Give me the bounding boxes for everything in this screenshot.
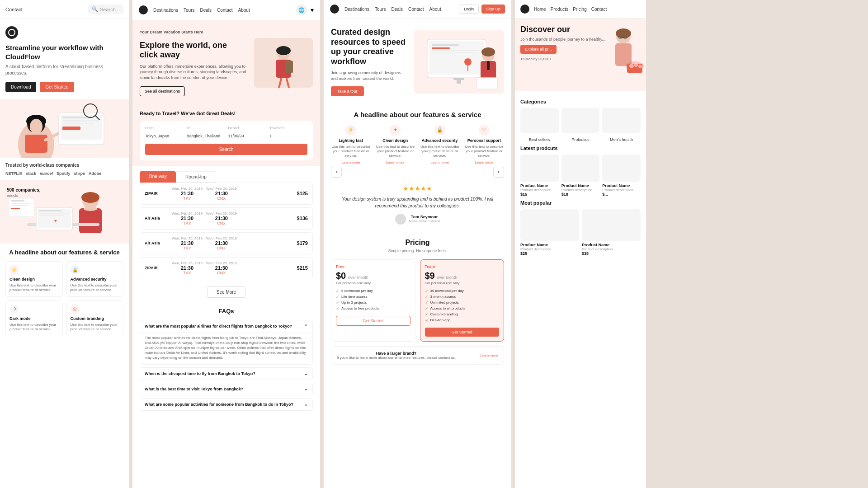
price-period: over month <box>437 275 457 280</box>
p1-trusted-section: Trusted by world-class companies NETFLIX… <box>0 158 129 180</box>
category-card[interactable] <box>520 108 559 133</box>
take-tour-button[interactable]: Take a tour <box>331 86 364 96</box>
to-input[interactable] <box>187 132 225 140</box>
popular-card: Product Name Product description $38 <box>582 209 641 256</box>
signup-button[interactable]: Sign Up <box>481 5 505 14</box>
price-value: $9 <box>425 271 435 281</box>
nav-about[interactable]: About <box>429 7 441 12</box>
learn-more-link[interactable]: Learn more <box>375 160 415 164</box>
p3-hero-text: Curated design resources to speed up you… <box>331 28 406 96</box>
nav-home[interactable]: Home <box>534 7 546 12</box>
tab-round-trip[interactable]: Round-trip <box>176 171 216 183</box>
nav-destinations[interactable]: Destinations <box>153 8 178 13</box>
travelers-input[interactable] <box>269 132 307 140</box>
from-input[interactable] <box>145 132 183 140</box>
learn-more-link[interactable]: Learn more <box>331 160 371 164</box>
download-button[interactable]: Download <box>5 82 36 92</box>
feature-lighting-fast: ⚡ Lighting fast Use this text to describ… <box>331 125 371 164</box>
popular-products-grid: Product Name Product description $25 Pro… <box>520 209 641 256</box>
from-label: From <box>145 126 183 130</box>
plan-desc-team: For personal use only. <box>425 281 500 285</box>
language-selector[interactable]: 🌐 <box>296 5 307 15</box>
faq-question[interactable]: What is the best time to visit Tokyo fro… <box>140 383 312 395</box>
feature-item: ✓ 30 download per day <box>425 289 500 293</box>
flight-dep-code: TKY <box>183 221 191 225</box>
p1-search-bar[interactable]: 🔍 Search... <box>88 5 123 14</box>
category-card[interactable] <box>602 108 641 133</box>
chevron-down-icon[interactable]: ▾ <box>311 6 314 14</box>
flight-arrival: Wed, Feb 26, 2019 21:30 CNX <box>206 261 237 275</box>
category-card[interactable] <box>561 108 600 133</box>
product-name: Product Name <box>561 183 600 188</box>
testimonial-prev-button[interactable]: ‹ <box>331 167 342 178</box>
nav-destinations[interactable]: Destinations <box>344 7 369 12</box>
feature-desc-security: Use this text to describe your product f… <box>71 283 120 293</box>
nav-tours[interactable]: Tours <box>184 8 194 13</box>
product-image <box>520 155 559 182</box>
enterprise-learn-more-link[interactable]: Learn more <box>480 353 498 357</box>
nav-about[interactable]: About <box>238 8 250 13</box>
plan-label-team: Team <box>425 264 500 269</box>
feature-item: ✓ Access to all products <box>425 306 500 311</box>
svg-rect-23 <box>39 210 61 211</box>
popular-card: Product Name Product description $25 <box>520 209 579 256</box>
p2-logo <box>139 5 148 14</box>
product-desc: Product description <box>520 188 559 192</box>
learn-more-link[interactable]: Learn more <box>420 160 460 164</box>
feature-card-dark-mode: ☽ Dark mode Use this text to describe yo… <box>5 300 63 336</box>
p4-categories-section: Categories Best sellers Probiotics Men's… <box>515 91 646 260</box>
nav-products[interactable]: Products <box>551 7 568 12</box>
faq-question[interactable]: What are some popular activities for som… <box>140 399 312 410</box>
nav-contact[interactable]: Contact <box>408 7 424 12</box>
p3-features-grid: ⚡ Lighting fast Use this text to describ… <box>331 125 504 164</box>
p3-nav-links: Destinations Tours Deals Contact About <box>344 7 441 12</box>
p2-deals-section: Ready to Travel? We've Got Great Deals! … <box>132 105 320 166</box>
nav-tours[interactable]: Tours <box>375 7 386 12</box>
feature-item: ✓ Desktop app <box>425 318 500 323</box>
nav-contact[interactable]: Contact <box>591 7 607 12</box>
get-started-free-button[interactable]: Get Started <box>336 316 410 326</box>
flight-arr-time: 21:30 <box>215 265 228 271</box>
enterprise-text: Have a larger brand? If you'd like to le… <box>337 351 456 360</box>
product-name: Product Name <box>602 183 641 188</box>
get-started-button[interactable]: Get Started <box>40 82 74 92</box>
explore-button[interactable]: Explore all pr... <box>520 45 557 54</box>
flight-date: Wed, Feb 26, 2019 <box>172 261 203 265</box>
tab-one-way[interactable]: One-way <box>140 171 176 183</box>
nav-pricing[interactable]: Pricing <box>573 7 587 12</box>
search-button[interactable]: Search <box>145 144 307 155</box>
faq-question[interactable]: What are the most popular airlines for d… <box>140 320 312 332</box>
see-more-button[interactable]: See More <box>207 286 245 298</box>
see-destinations-button[interactable]: See all destinations <box>140 86 185 96</box>
nav-deals[interactable]: Deals <box>391 7 403 12</box>
svg-rect-9 <box>62 117 90 118</box>
popular-name: Product Name <box>520 243 579 247</box>
faq-question-text: What is the best time to visit Tokyo fro… <box>145 387 243 391</box>
depart-input[interactable] <box>228 132 266 140</box>
check-icon: ✓ <box>425 318 429 323</box>
svg-point-51 <box>481 47 495 56</box>
feature-card-security: 🔒 Advanced security Use this text to des… <box>66 261 124 297</box>
svg-rect-31 <box>11 208 20 209</box>
flight-dep-time: 21:30 <box>181 191 193 196</box>
reviewer-avatar <box>395 214 406 225</box>
svg-rect-10 <box>62 120 99 122</box>
search-placeholder: Search... <box>100 7 120 12</box>
logo-marcel: marcel <box>40 171 53 176</box>
nav-contact[interactable]: Contact <box>217 8 232 13</box>
feature-item: ✓ 3-month access <box>425 295 500 299</box>
faq-question[interactable]: When is the cheapest time to fly from Ba… <box>140 368 312 380</box>
get-started-team-button[interactable]: Get Started <box>425 328 500 337</box>
feature-item: ✓ Custom branding <box>425 312 500 317</box>
flight-departure: Wed, Feb 26, 2019 21:30 TKY <box>172 211 203 225</box>
testimonial-next-button[interactable]: › <box>493 167 504 178</box>
login-button[interactable]: Login <box>459 5 479 14</box>
learn-more-link[interactable]: Learn more <box>464 160 504 164</box>
nav-deals[interactable]: Deals <box>200 8 212 13</box>
feature-title: Clean design <box>375 138 415 143</box>
p2-hero-section: Your Dream Vacation Starts Here Explore … <box>132 20 320 105</box>
p4-navbar: Home Products Pricing Contact <box>515 0 646 19</box>
product-desc: Product description <box>602 188 641 192</box>
check-icon: ✓ <box>425 300 429 305</box>
plan-label-free: Free <box>336 264 410 269</box>
